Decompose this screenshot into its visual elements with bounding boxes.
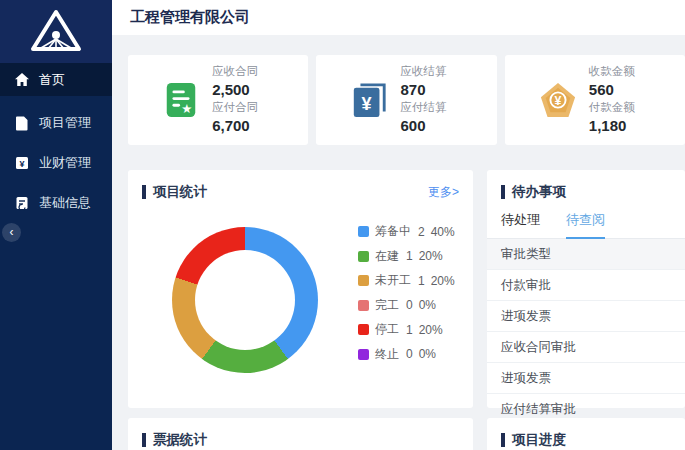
title-accent-bar [142,185,146,199]
chart-legend: 筹备中 2 40% 在建 1 20% 未开工 [358,223,455,373]
main-area: 工程管理有限公司 ★ 应收合同 2,500 应付合同 6,700 ¥ [112,0,685,450]
todo-row-input-invoice[interactable]: 进项发票 [487,301,685,332]
sidebar-item-label: 基础信息 [39,194,91,212]
legend-item: 终止 0 0% [358,346,455,363]
stat-label: 应付合同 [212,100,274,116]
settlement-icon: ¥ [350,81,388,119]
top-header: 工程管理有限公司 [112,0,685,35]
sidebar-item-finance[interactable]: ¥ 业财管理 [0,143,112,183]
legend-item: 未开工 1 20% [358,272,455,289]
legend-swatch [358,275,369,286]
sidebar-item-basic-info[interactable]: 基础信息 [0,183,112,223]
stat-label: 应收结算 [400,64,462,80]
project-progress-panel: 项目进度 [487,418,685,450]
more-link[interactable]: 更多> [428,184,459,201]
finance-icon: ¥ [14,155,30,171]
sidebar-item-label: 首页 [39,71,65,89]
svg-text:¥: ¥ [554,94,561,108]
sidebar-item-projects[interactable]: 项目管理 [0,103,112,143]
panels-row: 项目统计 更多> 筹备中 2 40% 在建 [128,170,685,408]
stat-label: 应付结算 [400,100,462,116]
legend-item: 在建 1 20% [358,248,455,265]
todo-panel: 待办事项 待处理 待查阅 审批类型 付款审批 进项发票 应收合同审批 进项发票 … [487,170,685,408]
svg-text:¥: ¥ [362,94,372,114]
sidebar: 首页 项目管理 ¥ 业财管理 基础信息 ‹ [0,0,112,450]
svg-text:★: ★ [181,102,192,116]
tab-pending[interactable]: 待处理 [501,211,540,238]
title-accent-bar [142,433,146,447]
sidebar-menu: 首页 项目管理 ¥ 业财管理 基础信息 [0,63,112,223]
chevron-left-icon: ‹ [10,225,14,239]
stat-label: 收款金额 [589,64,651,80]
stat-value: 2,500 [212,80,274,100]
title-accent-bar [501,185,505,199]
stats-row: ★ 应收合同 2,500 应付合同 6,700 ¥ 应收结算 870 应付结算 … [128,55,685,145]
todo-row-receivable-contract-approval[interactable]: 应收合同审批 [487,332,685,363]
todo-row-payment-approval[interactable]: 付款审批 [487,270,685,301]
stat-card-payments: ¥ 收款金额 560 付款金额 1,180 [505,55,685,145]
stat-card-contracts: ★ 应收合同 2,500 应付合同 6,700 [128,55,308,145]
svg-text:¥: ¥ [19,159,24,169]
legend-item: 停工 1 20% [358,321,455,338]
donut-chart [172,227,318,373]
panel-title: 待办事项 [512,183,566,201]
todo-row-approval-type[interactable]: 审批类型 [487,239,685,270]
project-stats-panel: 项目统计 更多> 筹备中 2 40% 在建 [128,170,473,408]
legend-swatch [358,324,369,335]
legend-item: 完工 0 0% [358,297,455,314]
stat-label: 付款金额 [589,100,651,116]
content: ★ 应收合同 2,500 应付合同 6,700 ¥ 应收结算 870 应付结算 … [112,35,685,450]
sidebar-item-home[interactable]: 首页 [0,63,112,96]
todo-list: 审批类型 付款审批 进项发票 应收合同审批 进项发票 应付结算审批 [487,239,685,425]
sidebar-collapse-button[interactable]: ‹ [2,223,21,242]
stat-value: 560 [589,80,651,100]
payment-icon: ¥ [539,81,577,119]
info-icon [14,195,30,211]
legend-swatch [358,300,369,311]
legend-swatch [358,226,369,237]
company-logo-icon [29,9,83,55]
panel-title: 项目统计 [153,183,207,201]
legend-swatch [358,251,369,262]
home-icon [14,72,30,88]
legend-swatch [358,349,369,360]
todo-row-input-invoice-2[interactable]: 进项发票 [487,363,685,394]
stat-value: 1,180 [589,116,651,136]
logo-area [0,0,112,63]
bill-stats-panel: 票据统计 [128,418,473,450]
bottom-row: 票据统计 项目进度 [128,418,685,450]
tab-to-review[interactable]: 待查阅 [566,211,605,239]
page-title: 工程管理有限公司 [130,8,250,27]
sidebar-item-label: 业财管理 [39,154,91,172]
stat-card-settlements: ¥ 应收结算 870 应付结算 600 [316,55,496,145]
title-accent-bar [501,433,505,447]
legend-item: 筹备中 2 40% [358,223,455,240]
chart-area: 筹备中 2 40% 在建 1 20% 未开工 [128,201,473,373]
contract-icon: ★ [162,81,200,119]
stat-value: 6,700 [212,116,274,136]
todo-tabs: 待处理 待查阅 [487,201,685,239]
panel-title: 项目进度 [512,431,566,449]
stat-value: 600 [400,116,462,136]
stat-label: 应收合同 [212,64,274,80]
stat-value: 870 [400,80,462,100]
project-icon [14,115,30,131]
sidebar-item-label: 项目管理 [39,114,91,132]
panel-title: 票据统计 [153,431,207,449]
